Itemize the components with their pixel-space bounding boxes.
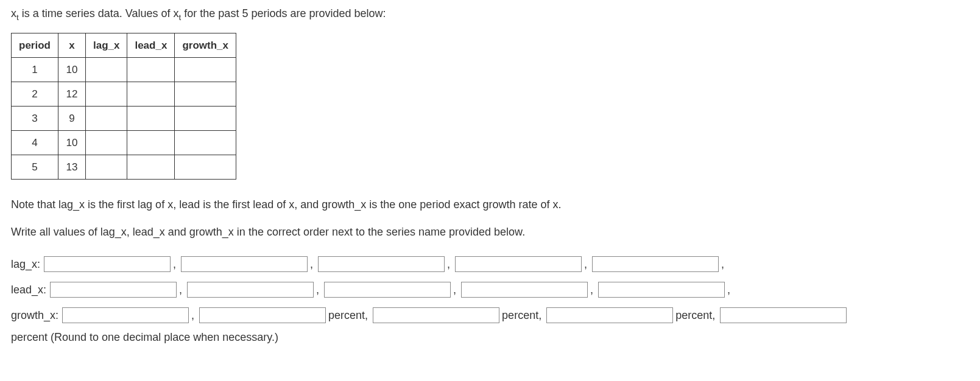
- cell-x: 13: [58, 155, 85, 180]
- percent-text: percent,: [502, 309, 541, 322]
- cell-x: 10: [58, 58, 85, 82]
- separator: ,: [727, 284, 730, 296]
- cell-lag-x: [85, 155, 127, 180]
- cell-x: 10: [58, 131, 85, 155]
- cell-lead-x: [127, 82, 175, 107]
- cell-growth-x: [175, 58, 236, 82]
- separator: ,: [453, 284, 456, 296]
- separator: ,: [721, 258, 724, 271]
- separator: ,: [590, 284, 593, 296]
- header-lag-x: lag_x: [85, 33, 127, 58]
- note-text: Note that lag_x is the first lag of x, l…: [11, 197, 969, 213]
- cell-lead-x: [127, 155, 175, 180]
- percent-text: percent,: [328, 309, 368, 322]
- separator: ,: [310, 258, 313, 271]
- cell-x: 12: [58, 82, 85, 107]
- cell-period: 5: [12, 155, 58, 180]
- growth-x-input-3[interactable]: [373, 307, 499, 323]
- lead-x-input-2[interactable]: [187, 282, 314, 298]
- growth-x-label: growth_x:: [11, 309, 58, 322]
- cell-period: 3: [12, 107, 58, 131]
- header-lead-x: lead_x: [127, 33, 175, 58]
- cell-growth-x: [175, 131, 236, 155]
- lag-x-label: lag_x:: [11, 258, 40, 271]
- intro-text: xt is a time series data. Values of xt f…: [11, 6, 969, 23]
- time-series-table: period x lag_x lead_x growth_x 1 10 2 12…: [11, 33, 236, 180]
- header-x: x: [58, 33, 85, 58]
- cell-period: 2: [12, 82, 58, 107]
- table-row: 3 9: [12, 107, 236, 131]
- table-row: 1 10: [12, 58, 236, 82]
- table-row: 2 12: [12, 82, 236, 107]
- growth-x-input-2[interactable]: [199, 307, 326, 323]
- cell-growth-x: [175, 155, 236, 180]
- lag-x-input-3[interactable]: [318, 256, 445, 272]
- separator: ,: [584, 258, 587, 271]
- header-growth-x: growth_x: [175, 33, 236, 58]
- percent-text: percent,: [675, 309, 715, 322]
- separator: ,: [447, 258, 450, 271]
- lead-x-label: lead_x:: [11, 284, 46, 296]
- cell-growth-x: [175, 107, 236, 131]
- cell-lag-x: [85, 58, 127, 82]
- table-row: 5 13: [12, 155, 236, 180]
- table-row: 4 10: [12, 131, 236, 155]
- separator: ,: [316, 284, 319, 296]
- cell-period: 4: [12, 131, 58, 155]
- instruction-text: Write all values of lag_x, lead_x and gr…: [11, 224, 969, 240]
- cell-lag-x: [85, 131, 127, 155]
- cell-x: 9: [58, 107, 85, 131]
- cell-period: 1: [12, 58, 58, 82]
- cell-lead-x: [127, 131, 175, 155]
- lead-x-row: lead_x: , , , , ,: [11, 282, 969, 298]
- footer-note: percent (Round to one decimal place when…: [11, 329, 969, 346]
- lag-x-input-4[interactable]: [455, 256, 582, 272]
- cell-lag-x: [85, 82, 127, 107]
- lag-x-input-2[interactable]: [181, 256, 308, 272]
- lead-x-input-1[interactable]: [50, 282, 177, 298]
- lead-x-input-5[interactable]: [598, 282, 725, 298]
- growth-x-input-1[interactable]: [62, 307, 189, 323]
- lead-x-input-4[interactable]: [461, 282, 588, 298]
- growth-x-input-4[interactable]: [546, 307, 673, 323]
- lag-x-input-5[interactable]: [592, 256, 719, 272]
- lag-x-row: lag_x: , , , , ,: [11, 256, 969, 272]
- lag-x-input-1[interactable]: [44, 256, 171, 272]
- table-header-row: period x lag_x lead_x growth_x: [12, 33, 236, 58]
- separator: ,: [191, 309, 194, 322]
- cell-growth-x: [175, 82, 236, 107]
- cell-lead-x: [127, 107, 175, 131]
- growth-x-row: growth_x: , percent, percent, percent,: [11, 307, 969, 323]
- separator: ,: [179, 284, 182, 296]
- header-period: period: [12, 33, 58, 58]
- separator: ,: [173, 258, 176, 271]
- lead-x-input-3[interactable]: [324, 282, 451, 298]
- growth-x-input-5[interactable]: [720, 307, 847, 323]
- cell-lead-x: [127, 58, 175, 82]
- cell-lag-x: [85, 107, 127, 131]
